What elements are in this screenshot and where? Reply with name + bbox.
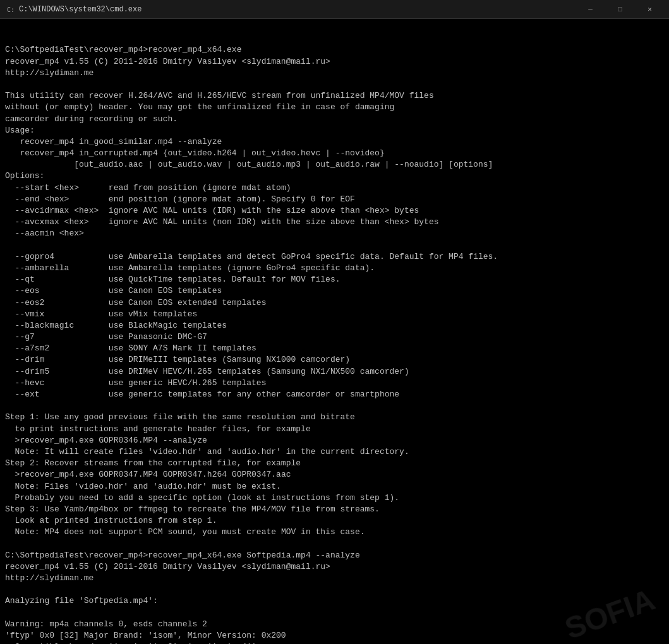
terminal-line: recover_mp4 v1.55 (C) 2011-2016 Dmitry V… bbox=[5, 561, 664, 573]
terminal-line: Step 2: Recover streams from the corrupt… bbox=[5, 458, 664, 469]
terminal-line: C:\SoftpediaTest\recover_mp4>recover_mp4… bbox=[5, 44, 664, 56]
terminal-line: --drim use DRIMeIII templates (Samsung N… bbox=[5, 354, 664, 366]
terminal-line bbox=[5, 240, 664, 251]
terminal-line bbox=[5, 584, 664, 595]
terminal-line: 'ftyp' 0x0 [32] Major Brand: 'isom', Min… bbox=[5, 630, 664, 641]
terminal-line: Note: It will create files 'video.hdr' a… bbox=[5, 446, 664, 458]
terminal-line: to print instructions and generate heade… bbox=[5, 424, 664, 435]
terminal-line: --ambarella use Ambarella templates (ign… bbox=[5, 263, 664, 274]
close-button[interactable]: ✕ bbox=[636, 0, 664, 19]
terminal-line: Warning: mp4a channels 0, esds channels … bbox=[5, 619, 664, 630]
terminal-line: http://slydiman.me bbox=[5, 68, 664, 79]
terminal-line: camcorder during recording or such. bbox=[5, 114, 664, 125]
terminal-line: --start <hex> read from position (ignore… bbox=[5, 182, 664, 194]
svg-text:C:\: C:\ bbox=[7, 6, 15, 13]
terminal-line: --eos2 use Canon EOS extended templates bbox=[5, 297, 664, 309]
terminal-line: Compatible brands: 'isom', 'iso2', 'avc1… bbox=[5, 641, 664, 644]
terminal-line: Note: MP4 does not support PCM sound, yo… bbox=[5, 527, 664, 538]
terminal-line: --avcidrmax <hex> ignore AVC NAL units (… bbox=[5, 205, 664, 217]
terminal-line: recover_mp4 v1.55 (C) 2011-2016 Dmitry V… bbox=[5, 56, 664, 68]
terminal-line: Note: Files 'video.hdr' and 'audio.hdr' … bbox=[5, 481, 664, 492]
terminal-line: --blackmagic use BlackMagic templates bbox=[5, 320, 664, 331]
terminal-line: Step 1: Use any good previous file with … bbox=[5, 412, 664, 423]
terminal-line bbox=[5, 607, 664, 619]
terminal-line: --aacmin <hex> bbox=[5, 228, 664, 239]
terminal-line: recover_mp4 in_good_similar.mp4 --analyz… bbox=[5, 136, 664, 148]
terminal-line: --avcxmax <hex> ignore AVC NAL units (no… bbox=[5, 217, 664, 228]
terminal-line: --ext use generic templates for any othe… bbox=[5, 389, 664, 400]
window-controls: ─ □ ✕ bbox=[576, 0, 664, 19]
minimize-button[interactable]: ─ bbox=[576, 0, 605, 19]
terminal-line: --g7 use Panasonic DMC-G7 bbox=[5, 331, 664, 343]
maximize-button[interactable]: □ bbox=[606, 0, 634, 19]
terminal-line: http://slydiman.me bbox=[5, 573, 664, 584]
terminal-line: Step 3: Use Yamb/mp4box or ffmpeg to rec… bbox=[5, 504, 664, 515]
terminal-line: Usage: bbox=[5, 125, 664, 136]
terminal-line: Options: bbox=[5, 170, 664, 182]
terminal-line: --eos use Canon EOS templates bbox=[5, 285, 664, 297]
terminal-line: without (or empty) header. You may got t… bbox=[5, 102, 664, 113]
terminal-output: C:\SoftpediaTest\recover_mp4>recover_mp4… bbox=[0, 19, 669, 644]
terminal-line: Analyzing file 'Softpedia.mp4': bbox=[5, 595, 664, 607]
terminal-line: Probably you need to add a specific opti… bbox=[5, 492, 664, 504]
terminal-line: --a7sm2 use SONY A7S Mark II templates bbox=[5, 343, 664, 354]
cmd-icon: C:\ bbox=[5, 4, 15, 15]
terminal-line: --hevc use generic HEVC/H.265 templates bbox=[5, 378, 664, 389]
cmd-window: C:\ C:\WINDOWS\system32\cmd.exe ─ □ ✕ C:… bbox=[0, 0, 669, 644]
terminal-line: >recover_mp4.exe GOPR0347.MP4 GOPR0347.h… bbox=[5, 469, 664, 480]
terminal-line: This utility can recover H.264/AVC and H… bbox=[5, 90, 664, 102]
titlebar: C:\ C:\WINDOWS\system32\cmd.exe ─ □ ✕ bbox=[0, 0, 669, 19]
terminal-line: --drim5 use DRIMeV HEVC/H.265 templates … bbox=[5, 366, 664, 378]
terminal-line: --vmix use vMix templates bbox=[5, 309, 664, 320]
terminal-line: [out_audio.aac | out_audio.wav | out_aud… bbox=[5, 159, 664, 170]
terminal-line: --gopro4 use Ambarella templates and det… bbox=[5, 251, 664, 263]
terminal-line: --end <hex> end position (ignore mdat at… bbox=[5, 194, 664, 205]
window-title: C:\WINDOWS\system32\cmd.exe bbox=[19, 5, 576, 14]
terminal-line: Look at printed instructions from step 1… bbox=[5, 515, 664, 527]
terminal-line: C:\SoftpediaTest\recover_mp4>recover_mp4… bbox=[5, 550, 664, 561]
terminal-line bbox=[5, 79, 664, 90]
terminal-line bbox=[5, 400, 664, 412]
terminal-line bbox=[5, 538, 664, 549]
terminal-line: --qt use QuickTime templates. Default fo… bbox=[5, 274, 664, 285]
terminal-line: recover_mp4 in_corrupted.mp4 {out_video.… bbox=[5, 148, 664, 159]
terminal-line: >recover_mp4.exe GOPR0346.MP4 --analyze bbox=[5, 435, 664, 446]
